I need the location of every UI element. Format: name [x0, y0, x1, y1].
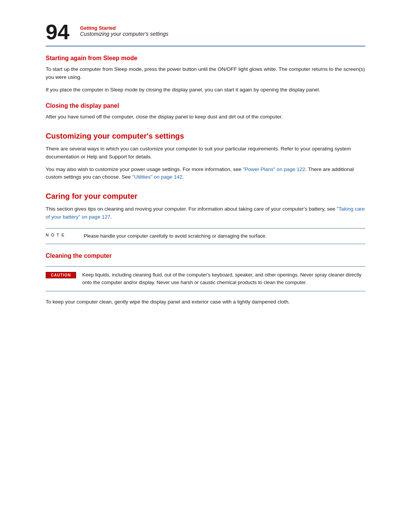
note-box: N O T E Please handle your computer care… — [46, 228, 365, 244]
caring-text-after: . — [110, 214, 112, 220]
cleaning-para: To keep your computer clean, gently wipe… — [46, 298, 365, 306]
customizing-heading: Customizing your computer's settings — [46, 132, 365, 141]
page-header: 94 Getting Started Customizing your comp… — [0, 23, 411, 43]
starting-again-para-1: To start up the computer from Sleep mode… — [46, 66, 365, 81]
page: 94 Getting Started Customizing your comp… — [0, 0, 411, 532]
caring-text-before: This section gives tips on cleaning and … — [46, 206, 337, 212]
starting-again-heading: Starting again from Sleep mode — [46, 55, 365, 62]
cleaning-heading: Cleaning the computer — [46, 252, 365, 259]
utilities-link[interactable]: "Utilities" on page 142 — [132, 174, 182, 180]
caution-text: Keep liquids, including cleaning fluid, … — [82, 271, 365, 286]
closing-display-heading: Closing the display panel — [46, 102, 365, 109]
page-header-title: Getting Started — [80, 25, 168, 31]
note-text: Please handle your computer carefully to… — [84, 232, 365, 240]
customizing-para-1: There are several ways in which you can … — [46, 145, 365, 161]
page-header-subtitle: Customizing your computer's settings — [80, 31, 168, 37]
starting-again-para-2: If you place the computer in Sleep mode … — [46, 86, 365, 94]
page-number: 94 — [46, 21, 69, 43]
customizing-para-2: You may also wish to customize your powe… — [46, 166, 365, 182]
power-plans-link[interactable]: "Power Plans" on page 122 — [243, 166, 305, 172]
header-divider — [46, 46, 365, 46]
page-header-text: Getting Started Customizing your compute… — [80, 23, 168, 37]
caring-para: This section gives tips on cleaning and … — [46, 205, 365, 221]
caring-heading: Caring for your computer — [46, 192, 365, 201]
caution-label: CAUTION — [46, 272, 76, 278]
caution-box: CAUTION Keep liquids, including cleaning… — [46, 266, 365, 291]
customizing-text-before: You may also wish to customize your powe… — [46, 166, 243, 172]
customizing-text-after: . — [182, 174, 184, 180]
content-area: Starting again from Sleep mode To start … — [0, 55, 411, 306]
note-label: N O T E — [46, 232, 84, 237]
closing-display-para: After you have turned off the computer, … — [46, 113, 365, 121]
